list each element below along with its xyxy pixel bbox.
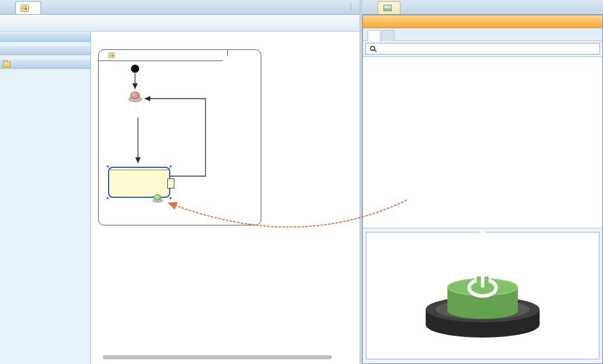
horizontal-scrollbar[interactable]: [103, 355, 332, 359]
set-as-image-tooltip: [167, 178, 174, 188]
diagram-canvas[interactable]: [91, 32, 359, 364]
diagram-frame-header: [99, 50, 228, 61]
palette-section-tools[interactable]: [0, 45, 90, 55]
tab-navigation: [343, 3, 355, 10]
palette-section-selection[interactable]: [0, 32, 90, 42]
application-window: [0, 0, 603, 364]
initial-state-node[interactable]: [131, 65, 139, 73]
selection-handle[interactable]: [106, 197, 109, 200]
panel-tab-bar: [362, 0, 603, 15]
push-button-on-drop-image: [152, 194, 163, 203]
search-icon: [370, 46, 375, 51]
tab-image-library[interactable]: [378, 1, 400, 14]
release-transition-label[interactable]: [200, 100, 207, 165]
push-button-on-preview-image: [423, 252, 543, 340]
view-tab-bar: [363, 28, 602, 41]
diagram-palette: [0, 32, 91, 364]
state-machine-diagram-icon: [108, 52, 114, 58]
divider: [351, 3, 351, 10]
palette-collapse-arrow[interactable]: [0, 69, 90, 73]
search-bar: [363, 41, 602, 56]
image-library-panel: [362, 0, 603, 364]
state-machine-diagram-icon: [21, 5, 29, 12]
pressed-state-entry-activity: [109, 170, 169, 174]
preview-panel: [366, 232, 599, 359]
panel-titlebar: [363, 15, 602, 28]
search-input[interactable]: [365, 43, 600, 55]
tab-whole-hierarchy[interactable]: [368, 30, 380, 41]
folder-icon: [3, 62, 11, 68]
palette-section-common[interactable]: [0, 59, 90, 69]
tab-button-diagram[interactable]: [15, 1, 41, 14]
diagram-frame: [98, 49, 261, 225]
image-library-frame: [362, 15, 603, 364]
pressed-state-node[interactable]: [108, 167, 170, 198]
selection-handle[interactable]: [106, 165, 109, 168]
selection-handle[interactable]: [169, 165, 172, 168]
tab-recently-used[interactable]: [382, 30, 395, 41]
diagram-tab-bar: [0, 0, 359, 15]
released-state-image[interactable]: [128, 92, 142, 102]
diagram-editor-window: [0, 0, 359, 364]
selection-handle[interactable]: [169, 197, 172, 200]
diagram-toolbar: [0, 15, 359, 32]
image-tree: [363, 56, 602, 228]
preview-image-area: [366, 232, 599, 359]
image-icon: [383, 5, 392, 11]
